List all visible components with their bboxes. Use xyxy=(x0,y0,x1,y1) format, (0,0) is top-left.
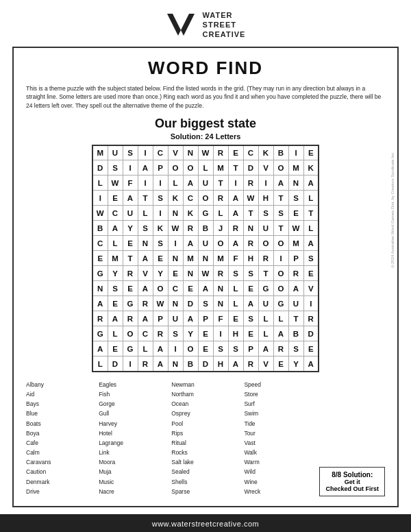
grid-cell: A xyxy=(228,206,243,221)
grid-cell: T xyxy=(258,266,273,281)
grid-cell: S xyxy=(243,311,258,326)
grid-cell: A xyxy=(123,191,138,206)
grid-cell: O xyxy=(183,341,198,356)
word-item: Tour xyxy=(244,429,316,438)
grid-cell: A xyxy=(198,281,213,296)
word-item: Shells xyxy=(171,478,244,487)
grid-cell: R xyxy=(138,296,153,311)
grid-cell: I xyxy=(228,176,243,191)
grid-cell: S xyxy=(138,221,153,236)
grid-cell: I xyxy=(273,251,288,266)
grid-cell: S xyxy=(288,341,303,356)
grid-cell: I xyxy=(123,356,138,372)
grid-cell: A xyxy=(303,356,319,372)
word-item: Music xyxy=(99,478,171,487)
grid-cell: E xyxy=(183,281,198,296)
grid-cell: Y xyxy=(153,266,168,281)
word-item: Caravans xyxy=(26,458,99,467)
grid-cell: O xyxy=(213,236,228,251)
word-item: Boya xyxy=(26,429,99,438)
grid-cell: P xyxy=(153,160,168,176)
header: WATER STREET CREATIVE xyxy=(0,0,411,47)
grid-cell: L xyxy=(92,356,108,372)
word-list: AlbanyAidBaysBlueBoatsBoyaCafeCalmCarava… xyxy=(26,378,316,496)
grid-cell: N xyxy=(168,206,183,221)
grid-cell: W xyxy=(168,221,183,236)
grid-cell: E xyxy=(123,281,138,296)
grid-cell: C xyxy=(153,145,168,160)
word-item: Wine xyxy=(244,478,316,487)
grid-cell: I xyxy=(168,341,183,356)
grid-cell: B xyxy=(183,356,198,372)
grid-cell: T xyxy=(123,251,138,266)
grid-cell: W xyxy=(92,206,108,221)
grid-cell: O xyxy=(258,236,273,251)
word-item: Rocks xyxy=(171,448,244,457)
grid-cell: E xyxy=(108,296,123,311)
grid-cell: K xyxy=(183,206,198,221)
svg-marker-0 xyxy=(167,14,195,36)
grid-cell: H xyxy=(228,326,243,341)
grid-cell: I xyxy=(92,191,108,206)
grid-cell: R xyxy=(273,341,288,356)
grid-cell: A xyxy=(138,251,153,266)
grid-cell: T xyxy=(273,221,288,236)
grid-cell: U xyxy=(123,206,138,221)
grid-cell: V xyxy=(258,160,273,176)
grid-cell: C xyxy=(243,145,258,160)
grid-cell: A xyxy=(228,191,243,206)
copyright-text: ©2024 Australian Word Games Dist. by Cre… xyxy=(390,152,395,268)
grid-cell: E xyxy=(243,281,258,296)
grid-cell: I xyxy=(138,176,153,191)
grid-cell: A xyxy=(92,341,108,356)
grid-cell: E xyxy=(198,341,213,356)
grid-cell: A xyxy=(183,236,198,251)
word-item: Rips xyxy=(171,429,244,438)
grid-cell: D xyxy=(183,296,198,311)
grid-cell: R xyxy=(213,266,228,281)
grid-cell: A xyxy=(108,311,123,326)
grid-cell: S xyxy=(108,160,123,176)
grid-cell: A xyxy=(303,236,319,251)
grid-cell: T xyxy=(288,311,303,326)
grid-cell: U xyxy=(258,221,273,236)
grid-cell: V xyxy=(303,281,319,296)
word-item: Moora xyxy=(99,458,171,467)
grid-cell: E xyxy=(153,251,168,266)
grid-cell: U xyxy=(288,296,303,311)
grid-cell: P xyxy=(153,311,168,326)
theme-title: Our biggest state xyxy=(26,117,385,131)
grid-cell: K xyxy=(258,145,273,160)
grid-cell: R xyxy=(123,266,138,281)
word-item: Gorge xyxy=(99,400,171,409)
page-title: WORD FIND xyxy=(26,58,385,79)
grid-cell: H xyxy=(243,251,258,266)
grid-cell: S xyxy=(153,236,168,251)
grid-cell: P xyxy=(198,311,213,326)
grid-cell: E xyxy=(303,341,319,356)
grid-cell: I xyxy=(303,296,319,311)
grid-cell: R xyxy=(243,176,258,191)
grid-cell: A xyxy=(138,311,153,326)
word-item: Walk xyxy=(244,448,316,457)
grid-cell: W xyxy=(288,221,303,236)
word-item: Calm xyxy=(26,448,99,457)
grid-cell: K xyxy=(153,221,168,236)
word-item: Nacre xyxy=(99,487,171,496)
grid-cell: N xyxy=(92,281,108,296)
grid-cell: L xyxy=(168,176,183,191)
grid-cell: A xyxy=(273,176,288,191)
grid-cell: N xyxy=(198,251,213,266)
grid-cell: R xyxy=(243,356,258,372)
grid-cell: L xyxy=(228,296,243,311)
grid-cell: A xyxy=(108,221,123,236)
grid-cell: E xyxy=(108,191,123,206)
grid-cell: L xyxy=(303,221,319,236)
grid-cell: L xyxy=(213,206,228,221)
grid-cell: E xyxy=(273,356,288,372)
grid-cell: E xyxy=(303,266,319,281)
grid-cell: O xyxy=(198,191,213,206)
grid-cell: A xyxy=(138,160,153,176)
grid-cell: B xyxy=(288,326,303,341)
grid-cell: C xyxy=(138,326,153,341)
